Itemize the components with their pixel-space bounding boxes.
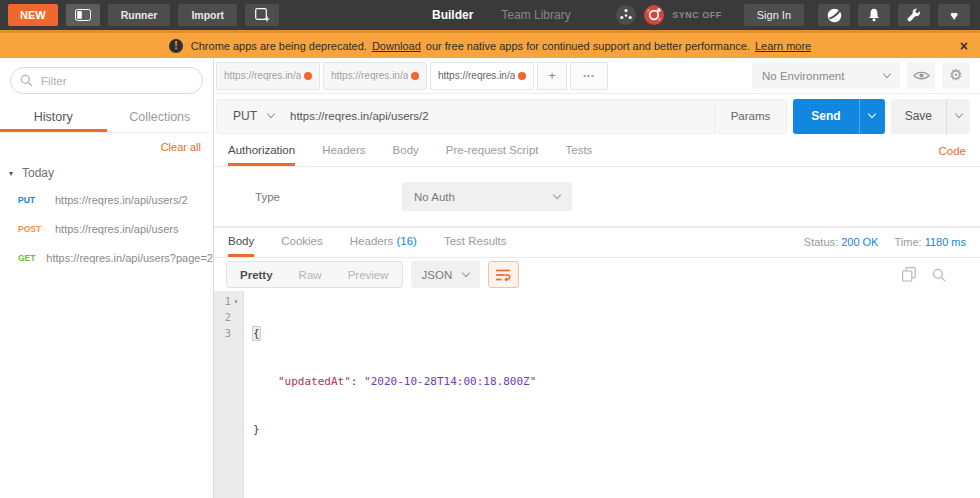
- url-bar: PUT https://reqres.in/api/users/2 Params…: [214, 94, 980, 138]
- download-link[interactable]: Download: [372, 40, 421, 52]
- sync-icon[interactable]: [644, 5, 664, 25]
- banner-message-1: Chrome apps are being deprecated.: [191, 40, 367, 52]
- tab-authorization[interactable]: Authorization: [228, 138, 295, 166]
- tab-collections[interactable]: Collections: [107, 103, 214, 132]
- eye-icon: [913, 70, 930, 81]
- globe-icon: [827, 8, 842, 23]
- chevron-down-icon: [954, 110, 962, 118]
- request-tab[interactable]: https://reqres.in/api/u: [216, 62, 320, 90]
- mode-pretty[interactable]: Pretty: [227, 269, 286, 281]
- browse-button[interactable]: [818, 4, 850, 26]
- history-group-label: Today: [22, 166, 54, 180]
- send-button-group: Send: [793, 99, 884, 134]
- response-panel: Body Cookies Headers (16) Test Results S…: [214, 228, 980, 498]
- environment-value: No Environment: [762, 70, 844, 82]
- line-number: 1: [224, 294, 231, 310]
- interceptor-icon[interactable]: [616, 5, 636, 25]
- mode-preview[interactable]: Preview: [335, 269, 402, 281]
- new-button[interactable]: NEW: [8, 4, 58, 26]
- history-item[interactable]: POST https://reqres.in/api/users: [0, 214, 213, 243]
- send-button[interactable]: Send: [793, 99, 858, 134]
- auth-type-select[interactable]: No Auth: [402, 182, 572, 211]
- send-options-button[interactable]: [859, 99, 885, 134]
- save-button-group: Save: [891, 99, 970, 134]
- json-key: "updatedAt": [278, 375, 351, 388]
- tab-team-library[interactable]: Team Library: [501, 8, 570, 22]
- import-button[interactable]: Import: [178, 4, 237, 26]
- chevron-down-icon: [868, 110, 876, 118]
- time-label: Time:: [894, 236, 921, 248]
- request-tab-label: https://reqres.in/api/u: [224, 70, 301, 81]
- sidebar-toggle-button[interactable]: [66, 4, 100, 26]
- chevron-down-icon: [267, 110, 275, 118]
- save-options-button[interactable]: [946, 99, 970, 134]
- banner-close-icon[interactable]: ×: [960, 38, 968, 54]
- wrap-lines-button[interactable]: [488, 261, 519, 288]
- tab-tests[interactable]: Tests: [566, 138, 593, 166]
- json-open-brace: {: [253, 327, 260, 340]
- view-mode-group: Pretty Raw Preview: [226, 261, 403, 288]
- format-select[interactable]: JSON: [411, 261, 481, 288]
- learn-more-link[interactable]: Learn more: [755, 40, 811, 52]
- tab-headers[interactable]: Headers: [322, 138, 365, 166]
- request-config-tabs: Authorization Headers Body Pre-request S…: [214, 138, 980, 167]
- banner-message-2: our free native apps for continued suppo…: [426, 40, 750, 52]
- new-tab-button[interactable]: +: [537, 62, 567, 90]
- history-item[interactable]: GET https://reqres.in/api/users?page=2: [0, 243, 213, 272]
- method-select[interactable]: PUT: [217, 109, 290, 123]
- copy-button[interactable]: [902, 267, 916, 282]
- json-value: "2020-10-28T14:00:18.800Z": [364, 375, 536, 388]
- fold-arrow-icon[interactable]: ▾: [231, 294, 241, 310]
- notifications-button[interactable]: [858, 4, 890, 26]
- format-value: JSON: [422, 269, 453, 281]
- search-response-button[interactable]: [932, 268, 946, 282]
- request-tab[interactable]: https://reqres.in/api/u: [323, 62, 427, 90]
- tab-builder[interactable]: Builder: [432, 8, 473, 22]
- status-value: 200 OK: [841, 236, 878, 248]
- unsaved-dot-icon: [411, 72, 419, 80]
- json-separator: :: [351, 375, 364, 388]
- request-tab-label: https://reqres.in/api/u: [438, 70, 515, 81]
- runner-button[interactable]: Runner: [108, 4, 171, 26]
- request-tab-active[interactable]: https://reqres.in/api/u: [430, 62, 534, 90]
- method-badge: POST: [18, 224, 55, 234]
- line-number: 2: [224, 310, 231, 326]
- sidebar: History Collections Clear all ▾ Today PU…: [0, 58, 214, 498]
- history-group-today[interactable]: ▾ Today: [0, 159, 213, 185]
- tab-body[interactable]: Body: [393, 138, 419, 166]
- favorites-button[interactable]: ♥: [938, 4, 970, 26]
- params-button[interactable]: Params: [714, 100, 787, 133]
- tab-response-cookies[interactable]: Cookies: [281, 229, 323, 257]
- response-body-viewer: 1 ▾ 2 3 { "updatedAt": "2020-10-28T14:00…: [214, 291, 980, 498]
- method-value: PUT: [233, 109, 257, 123]
- request-tabstrip: https://reqres.in/api/u https://reqres.i…: [214, 58, 980, 94]
- sign-in-button[interactable]: Sign In: [744, 4, 804, 26]
- url-input[interactable]: https://reqres.in/api/users/2: [290, 110, 714, 122]
- save-button[interactable]: Save: [891, 99, 946, 134]
- method-badge: PUT: [18, 195, 55, 205]
- mode-raw[interactable]: Raw: [286, 269, 335, 281]
- split-pane-icon: [75, 9, 91, 21]
- chevron-down-icon: [462, 268, 470, 276]
- clear-all-link[interactable]: Clear all: [161, 141, 201, 153]
- search-icon: [932, 268, 946, 282]
- environment-select[interactable]: No Environment: [752, 62, 900, 89]
- tab-response-headers[interactable]: Headers (16): [350, 229, 417, 257]
- filter-input[interactable]: [10, 67, 203, 94]
- more-tabs-button[interactable]: •••: [570, 62, 608, 90]
- environment-preview-button[interactable]: [907, 62, 935, 89]
- environment-settings-button[interactable]: ⚙: [942, 62, 970, 89]
- tab-test-results[interactable]: Test Results: [444, 229, 507, 257]
- headers-count: (16): [396, 235, 416, 247]
- settings-button[interactable]: [898, 4, 930, 26]
- tab-history[interactable]: History: [0, 103, 107, 132]
- history-item[interactable]: PUT https://reqres.in/api/users/2: [0, 185, 213, 214]
- new-window-button[interactable]: [245, 4, 279, 26]
- method-badge: GET: [18, 253, 46, 263]
- code-link[interactable]: Code: [939, 145, 967, 166]
- tab-prerequest-script[interactable]: Pre-request Script: [446, 138, 539, 166]
- tab-response-body[interactable]: Body: [228, 229, 254, 257]
- line-number-gutter: 1 ▾ 2 3: [214, 291, 244, 498]
- json-body: { "updatedAt": "2020-10-28T14:00:18.800Z…: [244, 291, 980, 498]
- wrap-text-icon: [496, 269, 511, 281]
